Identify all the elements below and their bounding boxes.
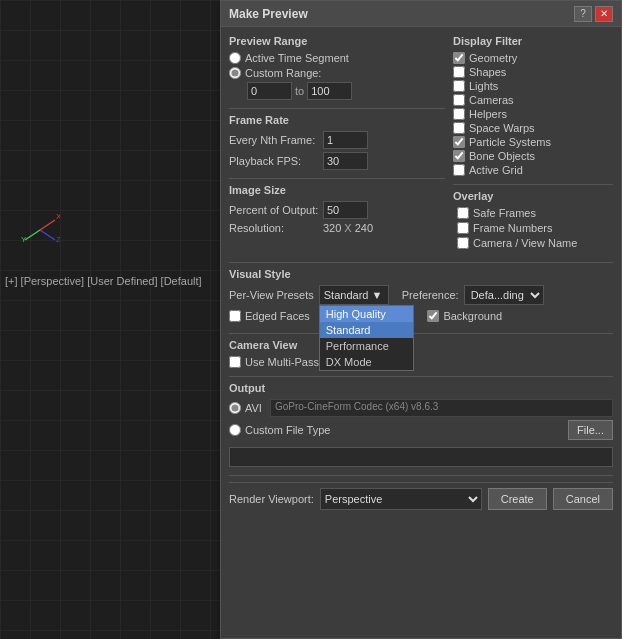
lights-checkbox[interactable]	[453, 80, 465, 92]
create-button[interactable]: Create	[488, 488, 547, 510]
resolution-values: 320 X 240	[323, 222, 373, 234]
custom-range-row: Custom Range:	[229, 67, 445, 79]
dialog-titlebar: Make Preview ? ✕	[221, 1, 621, 27]
space-warps-label: Space Warps	[469, 122, 535, 134]
image-size-section: Image Size Percent of Output: Resolution…	[229, 184, 445, 234]
avi-radio[interactable]	[229, 402, 241, 414]
percent-input[interactable]	[323, 201, 368, 219]
frame-numbers-label: Frame Numbers	[473, 222, 552, 234]
separator-3	[453, 184, 613, 185]
custom-file-radio[interactable]	[229, 424, 241, 436]
filter-helpers: Helpers	[453, 108, 613, 120]
output-section: Output AVI GoPro-CineForm Codec (x64) v8…	[229, 382, 613, 467]
cameras-checkbox[interactable]	[453, 94, 465, 106]
every-nth-label: Every Nth Frame:	[229, 134, 319, 146]
active-segment-label: Active Time Segment	[245, 52, 349, 64]
dropdown-item-dx-mode[interactable]: DX Mode	[320, 354, 413, 370]
preference-select[interactable]: Defa...ding	[464, 285, 544, 305]
safe-frames-label: Safe Frames	[473, 207, 536, 219]
overlay-safe-frames: Safe Frames	[453, 207, 613, 219]
svg-line-1	[40, 220, 55, 230]
edged-faces-row: Edged Faces	[229, 310, 310, 322]
preset-row: Per-View Presets Standard ▼ High Quality…	[229, 285, 613, 305]
every-nth-input[interactable]	[323, 131, 368, 149]
camera-name-label: Camera / View Name	[473, 237, 577, 249]
dropdown-item-high-quality[interactable]: High Quality	[320, 306, 413, 322]
svg-text:Y: Y	[21, 235, 27, 244]
svg-text:Z: Z	[56, 235, 60, 244]
res-width: 320	[323, 222, 341, 234]
preview-range-section: Preview Range Active Time Segment Custom…	[229, 35, 445, 100]
edged-faces-checkbox[interactable]	[229, 310, 241, 322]
bone-objects-checkbox[interactable]	[453, 150, 465, 162]
help-button[interactable]: ?	[574, 6, 592, 22]
filter-bone-objects: Bone Objects	[453, 150, 613, 162]
active-grid-checkbox[interactable]	[453, 164, 465, 176]
output-path-input[interactable]	[229, 447, 613, 467]
particle-systems-checkbox[interactable]	[453, 136, 465, 148]
camera-name-checkbox[interactable]	[457, 237, 469, 249]
per-view-presets-label: Per-View Presets	[229, 289, 314, 301]
background-row: Background	[427, 310, 502, 322]
helpers-checkbox[interactable]	[453, 108, 465, 120]
main-columns: Preview Range Active Time Segment Custom…	[229, 35, 613, 257]
svg-line-2	[25, 230, 40, 240]
filter-geometry: Geometry	[453, 52, 613, 64]
dialog-body: Preview Range Active Time Segment Custom…	[221, 27, 621, 638]
particle-systems-label: Particle Systems	[469, 136, 551, 148]
res-height: 240	[355, 222, 373, 234]
active-segment-radio[interactable]	[229, 52, 241, 64]
frame-rate-title: Frame Rate	[229, 114, 445, 126]
playback-fps-input[interactable]	[323, 152, 368, 170]
separator-1	[229, 108, 445, 109]
avi-row: AVI GoPro-CineForm Codec (x64) v8.6.3	[229, 399, 613, 417]
multi-pass-checkbox[interactable]	[229, 356, 241, 368]
avi-label: AVI	[245, 402, 262, 414]
filter-active-grid: Active Grid	[453, 164, 613, 176]
background-checkbox[interactable]	[427, 310, 439, 322]
background-label: Background	[443, 310, 502, 322]
dropdown-item-standard[interactable]: Standard	[320, 322, 413, 338]
shapes-checkbox[interactable]	[453, 66, 465, 78]
file-button[interactable]: File...	[568, 420, 613, 440]
active-segment-row: Active Time Segment	[229, 52, 445, 64]
overlay-section: Overlay Safe Frames Frame Numbers Camera…	[453, 190, 613, 249]
separator-5	[229, 333, 613, 334]
visual-style-section: Visual Style Per-View Presets Standard ▼…	[229, 268, 613, 325]
viewport-grid	[0, 0, 230, 639]
output-title: Output	[229, 382, 613, 394]
cameras-label: Cameras	[469, 94, 514, 106]
overlay-frame-numbers: Frame Numbers	[453, 222, 613, 234]
overlay-title: Overlay	[453, 190, 613, 202]
safe-frames-checkbox[interactable]	[457, 207, 469, 219]
percent-label: Percent of Output:	[229, 204, 319, 216]
display-filter-title: Display Filter	[453, 35, 613, 47]
preset-dropdown-btn[interactable]: Standard ▼	[319, 285, 389, 305]
visual-checks-row: Edged Faces Textures Background	[229, 310, 613, 325]
geometry-label: Geometry	[469, 52, 517, 64]
titlebar-buttons: ? ✕	[574, 6, 613, 22]
viewport-background: Z X Y [+] [Perspective] [User Defined] […	[0, 0, 230, 639]
cancel-button[interactable]: Cancel	[553, 488, 613, 510]
codec-field: GoPro-CineForm Codec (x64) v8.6.3	[270, 399, 613, 417]
frame-numbers-checkbox[interactable]	[457, 222, 469, 234]
bone-objects-label: Bone Objects	[469, 150, 535, 162]
separator-7	[229, 475, 613, 476]
dropdown-item-performance[interactable]: Performance	[320, 338, 413, 354]
filter-particle-systems: Particle Systems	[453, 136, 613, 148]
overlay-camera-name: Camera / View Name	[453, 237, 613, 249]
make-preview-dialog: Make Preview ? ✕ Preview Range Active Ti…	[220, 0, 622, 639]
custom-range-radio[interactable]	[229, 67, 241, 79]
preview-range-title: Preview Range	[229, 35, 445, 47]
render-viewport-select[interactable]: Perspective	[320, 488, 482, 510]
preset-dropdown-list: High Quality Standard Performance DX Mod…	[319, 305, 414, 371]
axis-indicator: Z X Y	[20, 210, 60, 250]
close-button[interactable]: ✕	[595, 6, 613, 22]
range-end-input[interactable]	[307, 82, 352, 100]
geometry-checkbox[interactable]	[453, 52, 465, 64]
playback-fps-row: Playback FPS:	[229, 152, 445, 170]
visual-style-title: Visual Style	[229, 268, 613, 280]
range-start-input[interactable]	[247, 82, 292, 100]
svg-text:X: X	[56, 212, 60, 221]
space-warps-checkbox[interactable]	[453, 122, 465, 134]
